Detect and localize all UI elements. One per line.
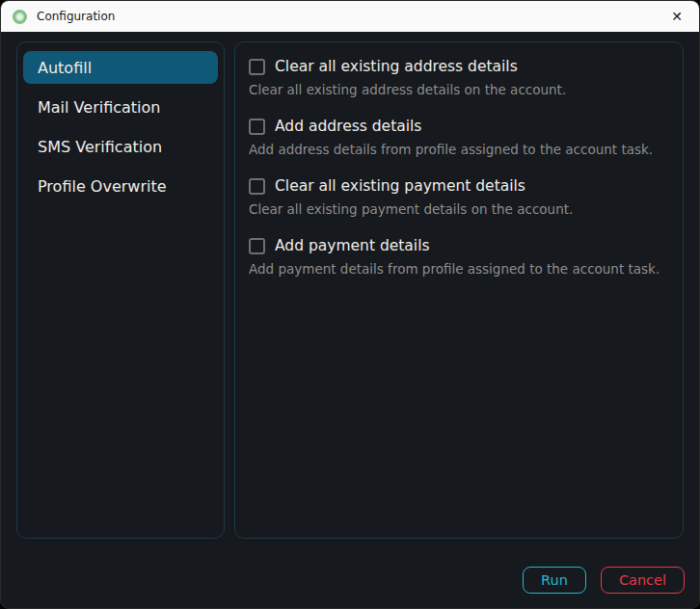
checkbox-add-payment[interactable] (249, 238, 265, 254)
checkbox-clear-address[interactable] (249, 59, 265, 75)
sidebar-item-label: Mail Verification (38, 98, 160, 117)
option-add-payment: Add payment details Add payment details … (249, 237, 669, 277)
checkbox-add-address[interactable] (249, 119, 265, 135)
option-header[interactable]: Clear all existing address details (249, 58, 669, 75)
option-clear-payment: Clear all existing payment details Clear… (249, 177, 669, 217)
window-title: Configuration (37, 10, 115, 23)
sidebar-nav: Autofill Mail Verification SMS Verificat… (16, 41, 225, 539)
close-button[interactable]: ✕ (655, 1, 699, 32)
content-area: Autofill Mail Verification SMS Verificat… (16, 41, 684, 539)
option-label: Add address details (275, 118, 421, 135)
sidebar-item-label: SMS Verification (38, 138, 162, 156)
footer-actions: Run Cancel (523, 567, 685, 594)
option-header[interactable]: Add address details (249, 118, 669, 135)
option-description: Add payment details from profile assigne… (249, 261, 669, 277)
app-icon (13, 10, 27, 24)
cancel-button[interactable]: Cancel (601, 567, 685, 594)
option-add-address: Add address details Add address details … (249, 118, 669, 157)
sidebar-item-profile-overwrite[interactable]: Profile Overwrite (23, 170, 218, 202)
option-label: Clear all existing payment details (275, 177, 525, 195)
option-description: Add address details from profile assigne… (249, 142, 669, 157)
options-panel: Clear all existing address details Clear… (234, 41, 684, 539)
sidebar-item-autofill[interactable]: Autofill (23, 51, 218, 84)
run-button[interactable]: Run (523, 567, 586, 594)
option-clear-address: Clear all existing address details Clear… (249, 58, 669, 97)
option-header[interactable]: Add payment details (249, 237, 669, 254)
sidebar-item-mail-verification[interactable]: Mail Verification (23, 91, 218, 123)
option-description: Clear all existing payment details on th… (249, 201, 669, 217)
option-label: Add payment details (275, 237, 430, 254)
sidebar-item-label: Autofill (38, 59, 92, 77)
option-description: Clear all existing address details on th… (249, 82, 669, 97)
sidebar-item-sms-verification[interactable]: SMS Verification (23, 130, 218, 163)
option-header[interactable]: Clear all existing payment details (249, 177, 669, 195)
checkbox-clear-payment[interactable] (249, 178, 265, 195)
sidebar-item-label: Profile Overwrite (38, 177, 167, 196)
option-label: Clear all existing address details (275, 58, 518, 75)
configuration-window: Configuration ✕ Autofill Mail Verificati… (0, 0, 700, 609)
titlebar[interactable]: Configuration ✕ (1, 1, 699, 32)
close-icon: ✕ (671, 10, 683, 23)
